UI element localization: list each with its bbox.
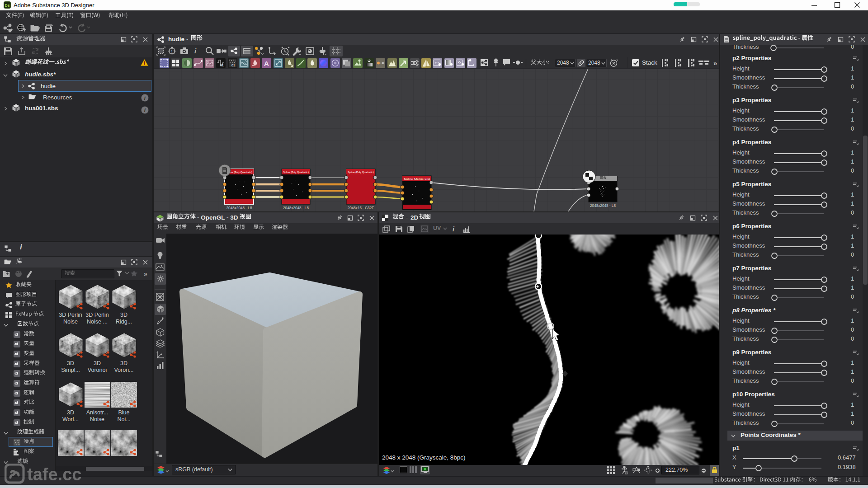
- svg-text:2048x2048 - L8: 2048x2048 - L8: [283, 206, 309, 210]
- svg-text:i: i: [194, 47, 197, 55]
- svg-text:tafe.cc: tafe.cc: [27, 465, 81, 484]
- svg-text:01: 01: [220, 64, 224, 67]
- svg-text:2048x2048 - L8: 2048x2048 - L8: [590, 204, 616, 208]
- svg-text:Spline Merge List: Spline Merge List: [404, 178, 430, 180]
- svg-text:Ds: Ds: [5, 3, 10, 8]
- svg-text:i: i: [453, 225, 455, 233]
- svg-text:1:1: 1:1: [171, 50, 175, 53]
- svg-text:Spline (Poly Quadratic): Spline (Poly Quadratic): [283, 171, 309, 174]
- svg-text:A: A: [264, 60, 269, 67]
- svg-text:01: 01: [231, 64, 235, 67]
- svg-text:2048x16 - C32F: 2048x16 - C32F: [348, 206, 374, 210]
- svg-text:Spline (Poly Quadratic): Spline (Poly Quadratic): [348, 171, 374, 174]
- svg-text:2048x2048 - L8: 2048x2048 - L8: [226, 206, 252, 210]
